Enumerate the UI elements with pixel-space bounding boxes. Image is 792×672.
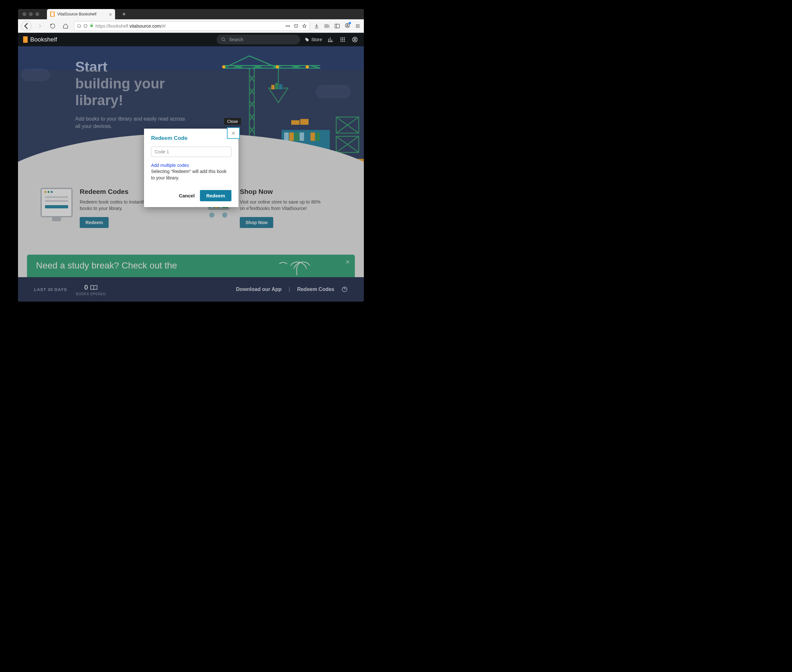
nav-back-button[interactable]: [21, 21, 32, 31]
tag-icon: [305, 37, 310, 42]
shield-icon: [83, 24, 88, 28]
notification-dot-icon: [349, 22, 351, 24]
browser-navbar: https://bookshelf.vitalsource.com/#/ •••: [18, 19, 364, 33]
redeem-code-modal: Close × Redeem Code Add multiple codes S…: [144, 129, 238, 207]
svg-rect-14: [344, 41, 345, 42]
svg-point-16: [354, 38, 356, 40]
nav-home-button[interactable]: [61, 22, 70, 30]
nav-forward-button[interactable]: [35, 22, 44, 30]
svg-rect-13: [342, 41, 343, 42]
close-tooltip: Close: [224, 118, 241, 125]
bookmark-star-icon[interactable]: [302, 24, 307, 29]
search-icon: [221, 37, 226, 42]
svg-rect-9: [340, 39, 341, 40]
modal-title: Redeem Code: [151, 135, 232, 141]
url-more-icon[interactable]: •••: [286, 24, 290, 29]
url-text: https://bookshelf.vitalsource.com/#/: [96, 24, 166, 29]
window-controls[interactable]: [22, 12, 39, 16]
window-max-dot[interactable]: [35, 12, 39, 16]
hamburger-menu-icon[interactable]: [355, 23, 361, 29]
search-input[interactable]: Search: [217, 35, 300, 44]
redeem-code-input[interactable]: [151, 147, 232, 157]
svg-rect-1: [335, 24, 339, 28]
svg-rect-10: [342, 39, 343, 40]
window-close-dot[interactable]: [22, 12, 26, 16]
brand-icon: [23, 36, 28, 43]
nav-reload-button[interactable]: [48, 22, 57, 30]
pocket-icon[interactable]: [294, 24, 299, 29]
apps-grid-icon[interactable]: [339, 36, 346, 43]
store-link[interactable]: Store: [305, 37, 322, 42]
url-bar[interactable]: https://bookshelf.vitalsource.com/#/ •••: [74, 21, 310, 31]
svg-rect-6: [340, 37, 341, 38]
store-label: Store: [311, 37, 322, 42]
app-content: Start building your library! Add books t…: [18, 46, 364, 302]
svg-point-19: [306, 65, 309, 69]
app-header: Bookshelf Search Store: [18, 33, 364, 46]
tab-title: VitalSource Bookshelf: [57, 12, 96, 16]
sidebar-icon[interactable]: [334, 23, 340, 29]
close-icon: ×: [232, 130, 235, 137]
svg-rect-7: [342, 37, 343, 38]
add-multiple-codes-link[interactable]: Add multiple codes: [151, 163, 232, 168]
svg-point-5: [306, 38, 307, 39]
window-min-dot[interactable]: [29, 12, 33, 16]
svg-point-18: [276, 65, 279, 69]
lock-icon: [90, 23, 94, 29]
browser-tab[interactable]: VitalSource Bookshelf ×: [47, 9, 115, 19]
search-placeholder: Search: [229, 37, 243, 42]
svg-point-4: [222, 38, 224, 40]
modal-help-text: Selecting "Redeem" will add this book to…: [151, 168, 232, 181]
brand[interactable]: Bookshelf: [23, 36, 57, 43]
tab-favicon-icon: [50, 11, 55, 17]
svg-rect-11: [344, 39, 345, 40]
tab-close-icon[interactable]: ×: [109, 11, 112, 17]
brand-label: Bookshelf: [30, 36, 57, 43]
window-titlebar: VitalSource Bookshelf × +: [18, 9, 364, 19]
modal-close-button[interactable]: ×: [227, 127, 240, 139]
svg-point-3: [347, 24, 348, 26]
account-icon[interactable]: [345, 22, 350, 30]
browser-window: VitalSource Bookshelf × + https://booksh…: [18, 9, 364, 302]
chart-icon[interactable]: [327, 36, 334, 43]
profile-icon[interactable]: [351, 36, 359, 43]
svg-rect-12: [340, 41, 341, 42]
cancel-button[interactable]: Cancel: [179, 193, 195, 198]
new-tab-button[interactable]: +: [122, 11, 126, 18]
redeem-button[interactable]: Redeem: [200, 190, 232, 201]
downloads-icon[interactable]: [314, 23, 319, 29]
svg-point-17: [222, 65, 225, 69]
info-icon: [77, 24, 81, 28]
svg-rect-8: [344, 37, 345, 38]
library-icon[interactable]: [324, 23, 330, 29]
